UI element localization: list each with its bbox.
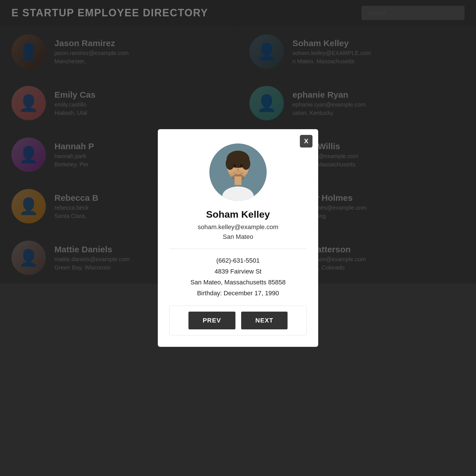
modal-divider <box>169 249 307 249</box>
svg-point-7 <box>237 168 239 171</box>
svg-point-4 <box>242 157 250 170</box>
modal-avatar <box>209 143 267 201</box>
modal-overlay[interactable]: X <box>0 0 476 476</box>
svg-rect-11 <box>235 176 241 185</box>
modal-phone: (662)-631-5501 <box>216 257 260 264</box>
modal-close-button[interactable]: X <box>300 135 312 147</box>
svg-point-5 <box>233 164 236 168</box>
modal-name: Soham Kelley <box>206 209 270 220</box>
modal-email: soham.kelley@example.com <box>198 223 278 231</box>
svg-point-3 <box>226 157 234 170</box>
next-button[interactable]: NEXT <box>241 312 288 329</box>
prev-button[interactable]: PREV <box>188 312 235 329</box>
modal-city: San Mateo <box>223 233 253 241</box>
modal-address-line1: 4839 Fairview St <box>215 268 261 275</box>
svg-point-6 <box>240 164 243 168</box>
modal-actions: PREV NEXT <box>169 306 307 335</box>
modal-address-line2: San Mateo, Massachusetts 85858 <box>190 279 286 286</box>
employee-detail-modal: X <box>158 129 318 347</box>
modal-birthday: Birthday: December 17, 1990 <box>197 290 279 297</box>
